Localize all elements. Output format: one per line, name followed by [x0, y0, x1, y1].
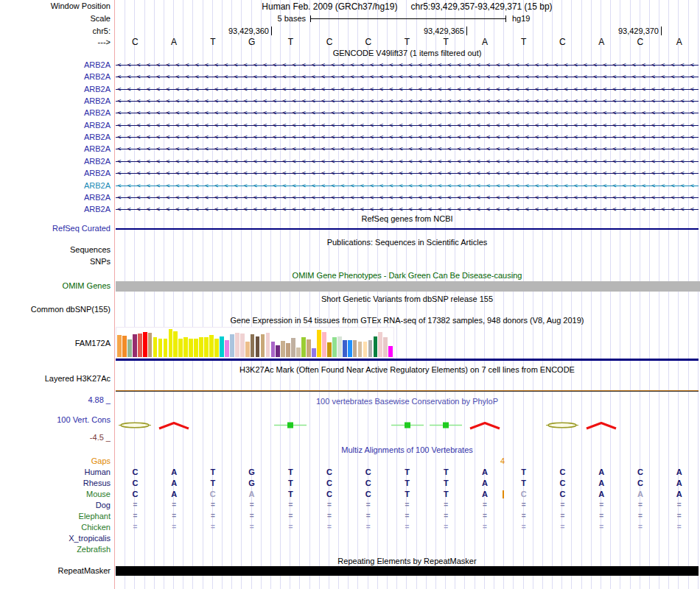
gtex-expression-bar[interactable] [337, 336, 342, 357]
gtex-expression-bar[interactable] [276, 345, 280, 357]
gtex-expression-bar[interactable] [368, 340, 373, 357]
repeatmasker-element-bar[interactable] [116, 566, 699, 576]
gtex-expression-bar[interactable] [322, 332, 326, 357]
multiz-species-label[interactable]: Chicken [0, 523, 111, 532]
gene-transcript-row[interactable]: <<<<<<<<<<<<<<<<<<<<<<<<<<<<<<<<<<<<<<<<… [116, 144, 699, 154]
gtex-expression-bar[interactable] [358, 342, 363, 357]
gtex-expression-bar[interactable] [281, 341, 285, 357]
gencode-gene-label[interactable]: ARB2A [0, 60, 111, 70]
gtex-expression-bar[interactable] [271, 342, 276, 357]
gtex-expression-chart[interactable] [116, 327, 394, 359]
gtex-expression-bar[interactable] [225, 340, 229, 357]
refseq-gene-line[interactable] [116, 228, 699, 230]
omim-gene-bar[interactable] [116, 281, 700, 292]
gencode-gene-label[interactable]: ARB2A [0, 96, 111, 106]
gtex-expression-bar[interactable] [343, 340, 347, 357]
dbsnp-track-label[interactable]: Common dbSNP(155) [0, 305, 111, 314]
gtex-expression-bar[interactable] [332, 337, 337, 357]
phylop-arch-glyph[interactable] [157, 420, 191, 429]
gene-transcript-row[interactable]: <<<<<<<<<<<<<<<<<<<<<<<<<<<<<<<<<<<<<<<<… [116, 205, 699, 214]
gencode-gene-label[interactable]: ARB2A [0, 121, 111, 130]
gencode-gene-label[interactable]: ARB2A [0, 133, 111, 142]
gtex-expression-bar[interactable] [169, 329, 173, 357]
gtex-expression-bar[interactable] [158, 339, 163, 357]
gtex-expression-bar[interactable] [214, 339, 219, 357]
gtex-expression-bar[interactable] [133, 334, 137, 357]
gencode-gene-label[interactable]: ARB2A [0, 108, 111, 118]
repeatmasker-track-label[interactable]: RepeatMasker [0, 566, 111, 576]
multiz-species-label[interactable]: Mouse [0, 490, 111, 499]
multiz-species-label[interactable]: Human [0, 468, 111, 477]
gtex-expression-bar[interactable] [307, 339, 311, 357]
phylop-square-glyph[interactable] [273, 420, 307, 429]
gene-transcript-row[interactable]: <<<<<<<<<<<<<<<<<<<<<<<<<<<<<<<<<<<<<<<<… [116, 121, 699, 130]
multiz-species-label[interactable]: Zebrafish [0, 545, 111, 554]
gtex-expression-bar[interactable] [301, 337, 306, 357]
gtex-expression-bar[interactable] [117, 335, 122, 357]
gtex-expression-bar[interactable] [317, 330, 321, 357]
gtex-expression-bar[interactable] [266, 333, 270, 357]
gtex-expression-bar[interactable] [122, 336, 127, 357]
gencode-gene-label[interactable]: ARB2A [0, 72, 111, 82]
gtex-expression-bar[interactable] [164, 339, 168, 357]
sequences-track-label[interactable]: Sequences [0, 245, 111, 255]
multiz-species-label[interactable]: Elephant [0, 512, 111, 521]
gtex-expression-bar[interactable] [204, 337, 209, 357]
h3k27ac-signal-line[interactable] [116, 390, 699, 392]
gene-transcript-row[interactable]: <<<<<<<<<<<<<<<<<<<<<<<<<<<<<<<<<<<<<<<<… [116, 96, 699, 106]
multiz-species-label[interactable]: X_tropicalis [0, 534, 111, 543]
gtex-expression-bar[interactable] [220, 336, 224, 357]
gtex-expression-bar[interactable] [363, 342, 368, 357]
gtex-expression-bar[interactable] [256, 336, 260, 357]
gtex-expression-bar[interactable] [194, 339, 198, 357]
gene-transcript-row[interactable]: <<<<<<<<<<<<<<<<<<<<<<<<<<<<<<<<<<<<<<<<… [116, 133, 699, 142]
gtex-expression-bar[interactable] [251, 334, 255, 357]
gencode-gene-label[interactable]: ARB2A [0, 205, 111, 214]
snps-track-label[interactable]: SNPs [0, 257, 111, 267]
gencode-gene-label[interactable]: ARB2A [0, 169, 111, 178]
gtex-expression-bar[interactable] [261, 334, 265, 357]
gencode-gene-label[interactable]: ARB2A [0, 144, 111, 154]
multiz-species-label[interactable]: Gaps [0, 456, 111, 466]
gene-transcript-row[interactable]: <<<<<<<<<<<<<<<<<<<<<<<<<<<<<<<<<<<<<<<<… [116, 72, 699, 82]
gtex-expression-bar[interactable] [183, 337, 188, 357]
phylop-square-glyph[interactable] [429, 420, 463, 429]
gtex-expression-bar[interactable] [148, 333, 153, 357]
gtex-expression-bar[interactable] [353, 340, 357, 357]
gencode-gene-label[interactable]: ARB2A [0, 157, 111, 166]
gene-transcript-row[interactable]: <<<<<<<<<<<<<<<<<<<<<<<<<<<<<<<<<<<<<<<<… [116, 169, 699, 178]
phylop-lens-glyph[interactable] [118, 420, 152, 429]
gtex-expression-bar[interactable] [245, 342, 250, 357]
gtex-expression-bar[interactable] [240, 334, 245, 357]
omim-genes-label[interactable]: OMIM Genes [0, 281, 111, 291]
gtex-expression-bar[interactable] [189, 339, 193, 357]
gencode-gene-label[interactable]: ARB2A [0, 181, 111, 191]
refseq-curated-label[interactable]: RefSeq Curated [0, 224, 111, 233]
gtex-expression-bar[interactable] [199, 337, 203, 357]
gtex-expression-bar[interactable] [143, 332, 147, 357]
gtex-expression-bar[interactable] [127, 339, 132, 357]
gtex-expression-bar[interactable] [296, 348, 301, 357]
gtex-expression-bar[interactable] [378, 332, 382, 357]
h3k27ac-track-label[interactable]: Layered H3K27Ac [0, 374, 111, 384]
gtex-expression-bar[interactable] [178, 339, 183, 357]
gene-transcript-row[interactable]: <<<<<<<<<<<<<<<<<<<<<<<<<<<<<<<<<<<<<<<<… [116, 85, 699, 94]
gtex-expression-bar[interactable] [388, 346, 393, 357]
gene-transcript-row[interactable]: <<<<<<<<<<<<<<<<<<<<<<<<<<<<<<<<<<<<<<<<… [116, 193, 699, 202]
gtex-expression-bar[interactable] [374, 336, 378, 357]
gtex-expression-bar[interactable] [138, 334, 142, 357]
gtex-expression-bar[interactable] [153, 337, 158, 357]
gencode-gene-label[interactable]: ARB2A [0, 193, 111, 202]
gtex-expression-bar[interactable] [383, 337, 388, 357]
gtex-expression-bar[interactable] [327, 342, 332, 357]
gtex-expression-bar[interactable] [230, 334, 234, 357]
gene-transcript-row[interactable]: <<<<<<<<<<<<<<<<<<<<<<<<<<<<<<<<<<<<<<<<… [116, 60, 699, 70]
gtex-expression-bar[interactable] [312, 348, 316, 357]
phylop-arch-glyph[interactable] [584, 420, 618, 429]
phylop-square-glyph[interactable] [391, 420, 424, 429]
gtex-expression-bar[interactable] [291, 338, 295, 357]
phylop-lens-glyph[interactable] [545, 420, 579, 429]
phylop-arch-glyph[interactable] [468, 420, 502, 429]
gencode-gene-label[interactable]: ARB2A [0, 85, 111, 94]
gene-transcript-row[interactable]: <<<<<<<<<<<<<<<<<<<<<<<<<<<<<<<<<<<<<<<<… [116, 108, 699, 118]
